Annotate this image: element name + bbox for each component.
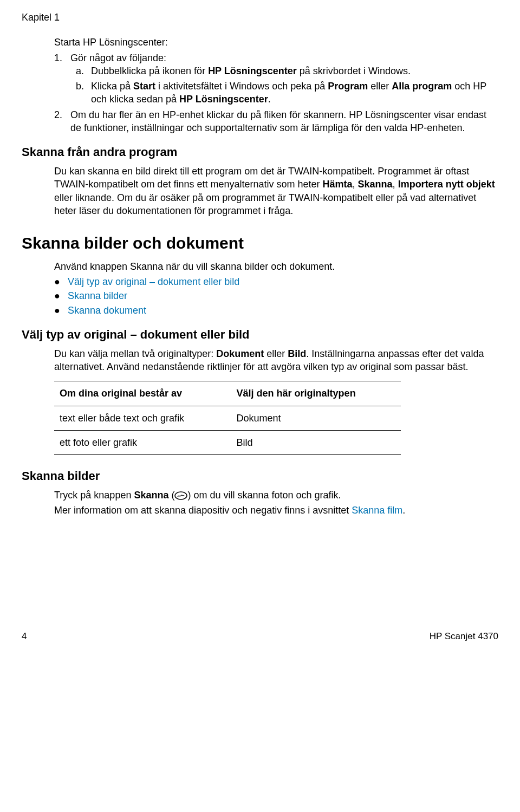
page-number: 4	[22, 631, 27, 643]
step-1a-marker: a.	[76, 64, 91, 77]
step-1b-marker: b.	[76, 80, 91, 106]
bullet-choose-type: ● Välj typ av original – dokument eller …	[54, 275, 498, 288]
link-scan-pictures[interactable]: Skanna bilder	[68, 289, 127, 302]
step-2: 2. Om du har fler än en HP-enhet klickar…	[54, 108, 498, 135]
page-footer: 4 HP Scanjet 4370	[22, 631, 498, 643]
choose-original-type-heading: Välj typ av original – dokument eller bi…	[22, 327, 498, 343]
table-cell: Dokument	[231, 406, 401, 430]
link-scan-film[interactable]: Skanna film	[352, 505, 402, 516]
link-scan-documents[interactable]: Skanna dokument	[68, 304, 146, 317]
step-1a: a. Dubbelklicka på ikonen för HP Lösning…	[76, 64, 498, 77]
chapter-label: Kapitel 1	[22, 11, 498, 24]
bullet-marker: ●	[54, 304, 68, 317]
scan-pictures-para-2: Mer information om att skanna diapositiv…	[54, 504, 498, 517]
bullet-scan-documents: ● Skanna dokument	[54, 304, 498, 317]
table-cell: ett foto eller grafik	[54, 430, 231, 454]
footer-model: HP Scanjet 4370	[430, 631, 498, 643]
step-1b-text: Klicka på Start i aktivitetsfältet i Win…	[91, 80, 498, 106]
step-1: 1. Gör något av följande:	[54, 51, 498, 64]
start-solution-center-title: Starta HP Lösningscenter:	[54, 36, 498, 49]
table-row: text eller både text och grafik Dokument	[54, 406, 401, 430]
step-1b: b. Klicka på Start i aktivitetsfältet i …	[76, 80, 498, 106]
step-1-marker: 1.	[54, 51, 70, 64]
scan-from-other-programs-para: Du kan skanna en bild direkt till ett pr…	[54, 165, 498, 217]
bullet-scan-pictures: ● Skanna bilder	[54, 289, 498, 302]
scan-pictures-and-documents-heading: Skanna bilder och dokument	[22, 232, 498, 255]
link-choose-type[interactable]: Välj typ av original – dokument eller bi…	[68, 275, 239, 288]
step-1a-text: Dubbelklicka på ikonen för HP Lösningsce…	[91, 64, 411, 77]
step-2-text: Om du har fler än en HP-enhet klickar du…	[70, 108, 498, 135]
step-2-marker: 2.	[54, 108, 70, 135]
bullet-marker: ●	[54, 289, 68, 302]
scan-pictures-para-1: Tryck på knappen Skanna () om du vill sk…	[54, 489, 498, 502]
step-1-text: Gör något av följande:	[70, 51, 166, 64]
scan-pictures-and-documents-para: Använd knappen Skanna när du vill skanna…	[54, 260, 498, 273]
table-cell: Bild	[231, 430, 401, 454]
bullet-marker: ●	[54, 275, 68, 288]
scan-icon	[174, 491, 187, 500]
scan-pictures-heading: Skanna bilder	[22, 468, 498, 484]
table-cell: text eller både text och grafik	[54, 406, 231, 430]
original-type-table: Om dina original består av Välj den här …	[54, 381, 401, 455]
table-header-original: Om dina original består av	[54, 381, 231, 406]
table-row: ett foto eller grafik Bild	[54, 430, 401, 454]
table-header-type: Välj den här originaltypen	[231, 381, 401, 406]
choose-original-type-para: Du kan välja mellan två originaltyper: D…	[54, 347, 498, 374]
scan-from-other-programs-heading: Skanna från andra program	[22, 144, 498, 160]
